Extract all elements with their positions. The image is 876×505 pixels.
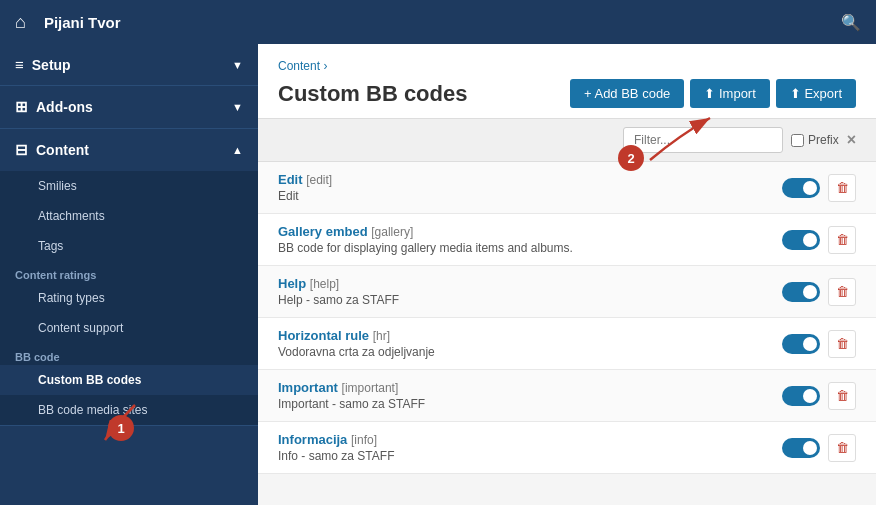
add-bb-code-button[interactable]: + Add BB code	[570, 79, 684, 108]
bb-row-desc: Info - samo za STAFF	[278, 449, 772, 463]
sidebar-section-content: ⊟ Content ▲ Smilies Attachments Tags Con…	[0, 129, 258, 426]
sidebar-item-setup[interactable]: ≡ Setup ▼	[0, 44, 258, 85]
page-title-row: Custom BB codes + Add BB code ⬆ Import ⬆…	[278, 79, 856, 108]
bb-row-actions: 🗑	[782, 174, 856, 202]
sidebar-content-label: Content	[36, 142, 89, 158]
app-title: Pijani Tvor	[36, 14, 831, 31]
toggle-switch[interactable]	[782, 386, 820, 406]
search-icon[interactable]: 🔍	[841, 13, 861, 32]
table-row: Informacija [info] Info - samo za STAFF …	[258, 422, 876, 474]
filter-bar: Prefix ×	[258, 119, 876, 162]
bb-row-desc: Edit	[278, 189, 772, 203]
bb-row-content: Edit [edit] Edit	[278, 172, 772, 203]
toggle-switch[interactable]	[782, 282, 820, 302]
delete-button[interactable]: 🗑	[828, 330, 856, 358]
bb-row-actions: 🗑	[782, 330, 856, 358]
header-actions: + Add BB code ⬆ Import ⬆ Export	[570, 79, 856, 108]
annotation-badge-2: 2	[618, 145, 644, 171]
table-row: Help [help] Help - samo za STAFF 🗑	[258, 266, 876, 318]
bb-row-actions: 🗑	[782, 382, 856, 410]
breadcrumb-separator: ›	[323, 59, 327, 73]
bb-row-title[interactable]: Gallery embed [gallery]	[278, 224, 772, 239]
bb-tag: [info]	[351, 433, 377, 447]
sidebar-section-addons: ⊞ Add-ons ▼	[0, 86, 258, 129]
sidebar-item-content-support[interactable]: Content support	[0, 313, 258, 343]
bb-row-title[interactable]: Important [important]	[278, 380, 772, 395]
content-ratings-group-label: Content ratings	[0, 261, 258, 283]
bb-row-title[interactable]: Edit [edit]	[278, 172, 772, 187]
bb-row-content: Important [important] Important - samo z…	[278, 380, 772, 411]
sidebar-item-tags[interactable]: Tags	[0, 231, 258, 261]
bb-row-actions: 🗑	[782, 278, 856, 306]
filter-input[interactable]	[623, 127, 783, 153]
export-button[interactable]: ⬆ Export	[776, 79, 856, 108]
delete-button[interactable]: 🗑	[828, 174, 856, 202]
delete-button[interactable]: 🗑	[828, 434, 856, 462]
breadcrumb-parent[interactable]: Content	[278, 59, 320, 73]
page-title: Custom BB codes	[278, 81, 467, 107]
content-icon: ⊟	[15, 141, 28, 159]
bb-row-content: Gallery embed [gallery] BB code for disp…	[278, 224, 772, 255]
filter-clear-button[interactable]: ×	[847, 131, 856, 149]
sidebar-item-content[interactable]: ⊟ Content ▲	[0, 129, 258, 171]
chevron-down-icon: ▼	[232, 59, 243, 71]
delete-button[interactable]: 🗑	[828, 278, 856, 306]
bb-tag: [gallery]	[371, 225, 413, 239]
bb-row-title[interactable]: Horizontal rule [hr]	[278, 328, 772, 343]
toggle-switch[interactable]	[782, 230, 820, 250]
bb-codes-list: Edit [edit] Edit 🗑 Gallery embed	[258, 162, 876, 474]
sidebar-item-addons[interactable]: ⊞ Add-ons ▼	[0, 86, 258, 128]
bb-row-desc: BB code for displaying gallery media ite…	[278, 241, 772, 255]
home-icon[interactable]: ⌂	[15, 12, 26, 33]
bb-row-content: Horizontal rule [hr] Vodoravna crta za o…	[278, 328, 772, 359]
delete-button[interactable]: 🗑	[828, 382, 856, 410]
bb-row-title[interactable]: Help [help]	[278, 276, 772, 291]
setup-icon: ≡	[15, 56, 24, 73]
bb-row-content: Help [help] Help - samo za STAFF	[278, 276, 772, 307]
breadcrumb: Content ›	[278, 59, 856, 73]
bb-code-group-label: BB code	[0, 343, 258, 365]
sidebar-item-custom-bb-codes[interactable]: Custom BB codes	[0, 365, 258, 395]
sidebar-item-attachments[interactable]: Attachments	[0, 201, 258, 231]
import-button[interactable]: ⬆ Import	[690, 79, 769, 108]
bb-row-desc: Important - samo za STAFF	[278, 397, 772, 411]
addons-icon: ⊞	[15, 98, 28, 116]
prefix-label: Prefix	[791, 133, 839, 147]
chevron-up-icon: ▲	[232, 144, 243, 156]
content-header: Content › Custom BB codes + Add BB code …	[258, 44, 876, 119]
bb-row-title[interactable]: Informacija [info]	[278, 432, 772, 447]
sidebar-addons-label: Add-ons	[36, 99, 93, 115]
bb-row-actions: 🗑	[782, 226, 856, 254]
content-area: Content › Custom BB codes + Add BB code …	[258, 44, 876, 505]
table-row: Important [important] Important - samo z…	[258, 370, 876, 422]
table-row: Edit [edit] Edit 🗑	[258, 162, 876, 214]
sidebar-section-setup: ≡ Setup ▼	[0, 44, 258, 86]
toggle-switch[interactable]	[782, 334, 820, 354]
annotation-badge-1: 1	[108, 415, 134, 441]
bb-row-desc: Vodoravna crta za odjeljvanje	[278, 345, 772, 359]
table-row: Horizontal rule [hr] Vodoravna crta za o…	[258, 318, 876, 370]
bb-tag: [important]	[342, 381, 399, 395]
bb-row-desc: Help - samo za STAFF	[278, 293, 772, 307]
bb-tag: [hr]	[373, 329, 390, 343]
chevron-down-icon: ▼	[232, 101, 243, 113]
delete-button[interactable]: 🗑	[828, 226, 856, 254]
bb-tag: [help]	[310, 277, 339, 291]
sidebar-item-rating-types[interactable]: Rating types	[0, 283, 258, 313]
bb-row-actions: 🗑	[782, 434, 856, 462]
toggle-switch[interactable]	[782, 438, 820, 458]
sidebar-item-smilies[interactable]: Smilies	[0, 171, 258, 201]
top-navigation: ⌂ Pijani Tvor 🔍	[0, 0, 876, 44]
bb-row-content: Informacija [info] Info - samo za STAFF	[278, 432, 772, 463]
bb-tag: [edit]	[306, 173, 332, 187]
toggle-switch[interactable]	[782, 178, 820, 198]
content-sub-items: Smilies Attachments Tags Content ratings…	[0, 171, 258, 425]
table-row: Gallery embed [gallery] BB code for disp…	[258, 214, 876, 266]
prefix-checkbox[interactable]	[791, 134, 804, 147]
sidebar-setup-label: Setup	[32, 57, 71, 73]
